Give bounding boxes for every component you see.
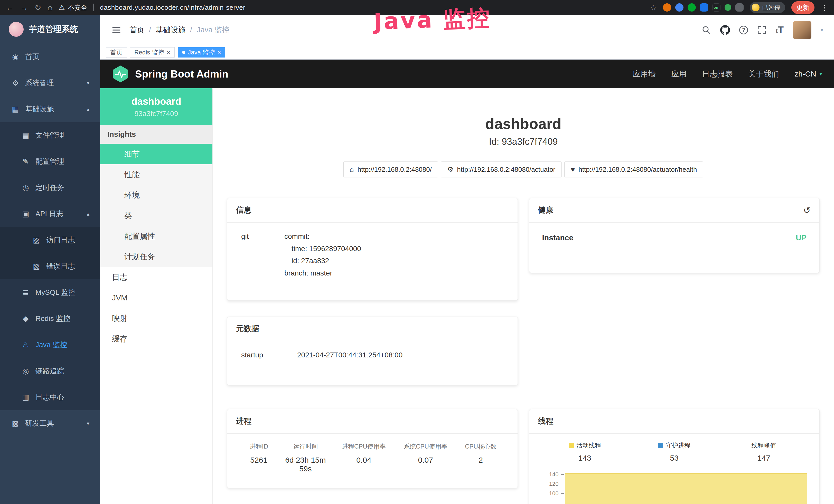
health-card-header: 健康 ↺	[529, 198, 820, 223]
sidebar-item-home[interactable]: ◉ 首页	[0, 44, 100, 70]
extension-icon-orange[interactable]	[663, 3, 671, 12]
extension-icon-grid[interactable]	[700, 3, 708, 12]
git-commit-line: commit:	[284, 230, 507, 243]
sba-item-scheduled-tasks[interactable]: 计划任务	[100, 247, 213, 267]
infrastructure-icon: ▦	[11, 105, 20, 113]
legend-text: 守护进程	[666, 441, 690, 450]
breadcrumb-separator: /	[190, 26, 192, 34]
gear-icon: ⚙	[11, 78, 20, 87]
sidebar-item-dev-tools[interactable]: ▩ 研发工具 ▾	[0, 410, 100, 436]
breadcrumb-home[interactable]: 首页	[129, 25, 144, 35]
sidebar-item-label: 基础设施	[25, 104, 54, 114]
header-actions: ? tT ▾	[702, 21, 823, 39]
sidebar-item-config-management[interactable]: ✎ 配置管理	[0, 148, 100, 175]
extension-icon-switch[interactable]: on	[712, 3, 721, 12]
tag-label: Java 监控	[188, 48, 215, 56]
cards-grid: 信息 git commit: time: 1596289704000 id: 2…	[227, 198, 820, 504]
extension-icon-blue-pin[interactable]	[675, 3, 683, 12]
address-url[interactable]: dashboard.yudao.iocoder.cn/infra/admin-s…	[100, 4, 245, 12]
sidebar-item-file-management[interactable]: ▤ 文件管理	[0, 122, 100, 148]
sidebar-item-label: 访问日志	[46, 235, 75, 245]
breadcrumb-infrastructure[interactable]: 基础设施	[156, 25, 185, 35]
locale-label: zh-CN	[794, 70, 816, 78]
log-center-icon: ▥	[21, 393, 30, 402]
metadata-row-startup: startup 2021-04-27T00:44:31.254+08:00	[238, 349, 507, 366]
extension-icon-leaf[interactable]	[725, 4, 731, 11]
metadata-key: startup	[238, 349, 297, 366]
font-size-icon[interactable]: tT	[776, 25, 784, 36]
actuator-url-button[interactable]: ⚙ http://192.168.0.2:48080/actuator	[441, 161, 562, 177]
instance-header[interactable]: dashboard 93a3fc7f7409	[100, 88, 213, 125]
sba-item-caches[interactable]: 缓存	[100, 329, 213, 349]
sba-item-config-props[interactable]: 配置属性	[100, 226, 213, 247]
back-icon[interactable]: ←	[6, 3, 14, 12]
sba-nav-about[interactable]: 关于我们	[748, 69, 779, 79]
value-cpu-cores: 2	[455, 456, 507, 473]
tag-java-monitor[interactable]: Java 监控 ×	[178, 47, 225, 58]
sba-item-environment[interactable]: 环境	[100, 185, 213, 205]
edit-icon: ✎	[21, 157, 30, 166]
threads-card-body: 活动线程 143 守护进程	[529, 434, 820, 504]
sidebar-logo[interactable]: 芋道管理系统	[0, 15, 100, 44]
health-url-button[interactable]: ♥ http://192.168.0.2:48080/actuator/heal…	[564, 161, 703, 177]
process-card-body: 进程ID 运行时间 进程CPU使用率 系统CPU使用率 CPU核心数 5261 …	[227, 434, 518, 488]
extension-icon-green[interactable]	[687, 3, 696, 12]
service-url-button[interactable]: ⌂ http://192.168.0.2:48080/	[344, 161, 438, 177]
sidebar-item-access-logs[interactable]: ▨ 访问日志	[0, 227, 100, 253]
locale-selector[interactable]: zh-CN ▾	[794, 70, 822, 78]
sidebar-item-api-logs[interactable]: ▣ API 日志 ▴	[0, 201, 100, 227]
sidebar-item-scheduled-jobs[interactable]: ◷ 定时任务	[0, 175, 100, 201]
sidebar-item-tracing[interactable]: ◎ 链路追踪	[0, 358, 100, 384]
sba-item-metrics[interactable]: 性能	[100, 164, 213, 185]
sba-logo-icon	[112, 66, 129, 83]
threads-card: 线程 活动线程 143	[529, 409, 820, 504]
info-card-body: git commit: time: 1596289704000 id: 27aa…	[227, 223, 518, 292]
legend-value: 143	[540, 454, 630, 462]
forward-icon[interactable]: →	[20, 3, 28, 12]
sba-item-logs[interactable]: 日志	[100, 267, 213, 288]
close-icon[interactable]: ×	[217, 49, 221, 55]
github-icon[interactable]	[720, 25, 730, 35]
info-row-git: git commit: time: 1596289704000 id: 27aa…	[238, 230, 507, 284]
avatar-caret-icon[interactable]: ▾	[821, 27, 823, 33]
sba-brand[interactable]: Spring Boot Admin	[112, 66, 228, 83]
process-card-header: 进程	[227, 409, 518, 434]
fullscreen-icon[interactable]	[757, 25, 766, 35]
tag-home[interactable]: 首页	[106, 47, 127, 58]
search-icon[interactable]	[702, 25, 711, 35]
sidebar-fold-icon[interactable]	[111, 25, 122, 36]
sidebar-item-redis-monitor[interactable]: ◆ Redis 监控	[0, 305, 100, 332]
extensions-puzzle-icon[interactable]	[736, 3, 744, 12]
metadata-card: 元数据 startup 2021-04-27T00:44:31.254+08:0…	[227, 317, 518, 385]
startup-value: 2021-04-27T00:44:31.254+08:00	[297, 349, 507, 361]
sidebar-item-infrastructure[interactable]: ▦ 基础设施 ▴	[0, 96, 100, 122]
profile-badge[interactable]: 已暂停	[750, 2, 785, 13]
sba-item-details[interactable]: 细节	[100, 144, 213, 164]
profile-badge-label: 已暂停	[762, 3, 781, 12]
sidebar-item-java-monitor[interactable]: ♨ Java 监控	[0, 332, 100, 358]
health-card: 健康 ↺ Instance UP	[529, 198, 820, 273]
sba-nav-wallboard[interactable]: 应用墙	[633, 69, 656, 79]
warning-icon: ⚠	[59, 3, 65, 12]
help-icon[interactable]: ?	[739, 26, 748, 35]
sba-item-classes[interactable]: 类	[100, 205, 213, 226]
site-security[interactable]: ⚠ 不安全	[59, 3, 87, 12]
home-icon[interactable]: ⌂	[47, 3, 52, 12]
instance-links: ⌂ http://192.168.0.2:48080/ ⚙ http://192…	[227, 161, 820, 177]
history-icon[interactable]: ↺	[804, 205, 811, 215]
tag-redis-monitor[interactable]: Redis 监控 ×	[130, 47, 175, 58]
sba-item-mappings[interactable]: 映射	[100, 308, 213, 329]
browser-menu-icon[interactable]: ⋮	[821, 3, 828, 12]
bookmark-star-icon[interactable]: ☆	[650, 3, 657, 12]
sidebar-item-mysql-monitor[interactable]: ≣ MySQL 监控	[0, 279, 100, 305]
sba-item-jvm[interactable]: JVM	[100, 288, 213, 308]
sba-nav-journal[interactable]: 日志报表	[702, 69, 733, 79]
sba-nav-applications[interactable]: 应用	[671, 69, 686, 79]
sidebar-item-log-center[interactable]: ▥ 日志中心	[0, 384, 100, 410]
sidebar-item-system[interactable]: ⚙ 系统管理 ▾	[0, 70, 100, 96]
chrome-update-button[interactable]: 更新	[791, 1, 814, 14]
sidebar-item-error-logs[interactable]: ▧ 错误日志	[0, 253, 100, 279]
reload-icon[interactable]: ↻	[35, 3, 41, 12]
user-avatar[interactable]	[793, 21, 811, 39]
close-icon[interactable]: ×	[167, 49, 170, 55]
